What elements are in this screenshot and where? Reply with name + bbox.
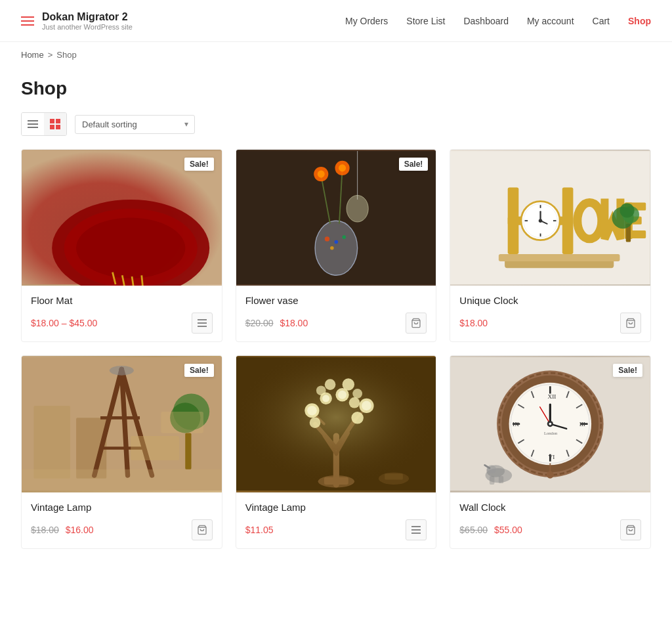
product-info: Flower vase $20.00 $18.00: [236, 286, 436, 341]
nav-cart[interactable]: Cart: [593, 16, 610, 26]
sale-badge: Sale!: [184, 364, 214, 377]
main-nav: My Orders Store List Dashboard My accoun…: [345, 16, 651, 26]
product-price: $20.00 $18.00: [245, 318, 308, 328]
svg-text:IX: IX: [513, 422, 519, 428]
product-name: Floor Mat: [31, 295, 213, 306]
unique-clock-illustration: [450, 150, 650, 286]
add-to-cart-button[interactable]: [406, 313, 427, 334]
svg-rect-37: [499, 254, 620, 261]
product-card-flower-vase[interactable]: Sale!: [236, 149, 437, 342]
svg-text:III: III: [579, 422, 585, 428]
svg-point-28: [324, 236, 329, 241]
product-image-vintage-lamp1: Sale!: [22, 356, 222, 492]
options-icon: [411, 525, 421, 534]
svg-rect-103: [324, 477, 348, 485]
nav-dashboard[interactable]: Dashboard: [463, 16, 509, 26]
nav-shop[interactable]: Shop: [628, 16, 651, 26]
product-image-wall-clock: Sale!: [450, 356, 650, 492]
product-price-row: $18.00 $16.00: [31, 519, 213, 540]
svg-point-27: [339, 165, 346, 172]
svg-rect-17: [198, 322, 207, 324]
add-to-cart-button[interactable]: [192, 519, 213, 540]
product-name: Vintage Lamp: [245, 502, 427, 513]
product-image-floor-mat: Sale!: [22, 150, 222, 286]
product-card-vintage-lamp-1[interactable]: Sale!: [21, 355, 222, 548]
add-to-cart-button[interactable]: [620, 313, 641, 334]
nav-my-account[interactable]: My account: [527, 16, 574, 26]
product-info: Vintage Lamp $11.05: [236, 492, 436, 548]
page-title: Shop: [21, 78, 651, 99]
page-content: Shop Default sorting Sort by popularity …: [0, 68, 672, 575]
svg-point-69: [110, 366, 134, 376]
product-price-row: $20.00 $18.00: [245, 313, 427, 334]
sort-select[interactable]: Default sorting Sort by popularity Sort …: [75, 115, 195, 134]
svg-point-31: [330, 246, 334, 250]
svg-point-49: [539, 219, 543, 223]
svg-rect-1: [28, 123, 38, 125]
svg-rect-101: [236, 357, 436, 490]
hamburger-menu[interactable]: [21, 16, 34, 26]
sale-badge: Sale!: [399, 158, 429, 171]
product-card-wall-clock[interactable]: Sale!: [450, 355, 651, 548]
svg-rect-73: [185, 433, 191, 469]
product-info: Wall Clock $65.00 $55.00: [450, 492, 650, 548]
select-options-button[interactable]: [192, 313, 213, 334]
product-price-row: $18.00: [459, 313, 641, 334]
product-price-row: $65.00 $55.00: [459, 519, 641, 540]
svg-line-15: [142, 275, 143, 286]
product-price: $18.00 – $45.00: [31, 318, 97, 328]
svg-text:XII: XII: [548, 393, 556, 400]
nav-store-list[interactable]: Store List: [406, 16, 445, 26]
svg-point-136: [549, 423, 552, 425]
sort-wrapper: Default sorting Sort by popularity Sort …: [75, 115, 195, 134]
product-price: $18.00 $16.00: [31, 525, 94, 535]
product-price: $65.00 $55.00: [459, 525, 522, 535]
svg-rect-142: [490, 476, 494, 485]
svg-rect-18: [198, 326, 207, 327]
svg-point-138: [547, 471, 554, 479]
product-info: Unique Clock $18.00: [450, 286, 650, 341]
svg-rect-105: [385, 474, 403, 480]
options-icon: [198, 318, 207, 328]
add-to-cart-button[interactable]: [620, 519, 641, 540]
svg-rect-74: [131, 436, 179, 460]
svg-point-58: [620, 204, 635, 218]
select-options-button[interactable]: [406, 519, 427, 540]
svg-point-29: [334, 240, 338, 244]
grid-view-button[interactable]: [44, 113, 66, 135]
site-tagline: Just another WordPress site: [42, 23, 133, 31]
breadcrumb-current: Shop: [56, 50, 76, 60]
svg-rect-62: [33, 406, 70, 479]
breadcrumb-home[interactable]: Home: [21, 50, 44, 60]
breadcrumb: Home > Shop: [0, 42, 672, 68]
svg-rect-106: [411, 526, 421, 527]
cart-icon: [625, 525, 636, 535]
sale-badge: Sale!: [184, 158, 214, 171]
product-price-row: $11.05: [245, 519, 427, 540]
toolbar: Default sorting Sort by popularity Sort …: [21, 112, 651, 136]
svg-text:London: London: [544, 431, 558, 436]
svg-rect-6: [56, 125, 60, 129]
site-logo: Dokan Migrator 2 Just another WordPress …: [42, 11, 133, 31]
view-toggle: [21, 112, 67, 136]
product-info: Vintage Lamp $18.00 $16.00: [22, 492, 222, 548]
product-card-unique-clock[interactable]: Unique Clock $18.00: [450, 149, 651, 342]
product-price: $11.05: [245, 525, 274, 535]
product-card-floor-mat[interactable]: Sale!: [21, 149, 222, 342]
nav-my-orders[interactable]: My Orders: [345, 16, 388, 26]
cart-icon: [197, 525, 207, 535]
products-grid: Sale!: [21, 149, 651, 548]
list-view-button[interactable]: [22, 113, 44, 135]
product-name: Flower vase: [245, 295, 427, 306]
product-image-flower-vase: Sale!: [236, 150, 436, 286]
svg-rect-0: [28, 120, 38, 121]
site-title: Dokan Migrator 2: [42, 11, 133, 23]
product-name: Wall Clock: [459, 502, 641, 513]
breadcrumb-separator: >: [48, 50, 53, 60]
svg-point-11: [76, 218, 185, 278]
svg-rect-5: [50, 125, 54, 129]
product-card-vintage-lamp-2[interactable]: Vintage Lamp $11.05: [236, 355, 437, 548]
svg-point-21: [315, 221, 358, 275]
sale-badge: Sale!: [613, 364, 642, 377]
grid-icon: [50, 119, 60, 129]
